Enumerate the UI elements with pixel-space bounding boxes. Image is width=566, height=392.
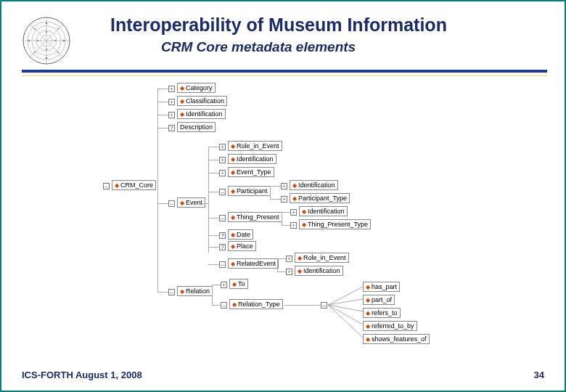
node-classification: ◆Classification <box>177 96 227 106</box>
tree-diagram: – ◆CRM_Core + ◆Category + ◆Classificatio… <box>103 81 466 364</box>
node-label: Event_Type <box>237 168 271 176</box>
expand-icon[interactable]: + <box>221 282 227 288</box>
svg-point-18 <box>46 49 47 50</box>
svg-point-15 <box>34 52 36 53</box>
node-label: Relation <box>186 287 210 295</box>
node-label: Category <box>186 84 213 91</box>
svg-point-20 <box>54 40 56 41</box>
expand-icon[interactable]: + <box>168 99 175 105</box>
expand-icon[interactable]: + <box>290 222 297 229</box>
slide-subtitle: CRM Core metadata elements <box>161 39 356 55</box>
slide-title: Interoperability of Museum Information <box>110 15 447 36</box>
node-ev-identification: ◆Identification <box>228 154 276 164</box>
node-label: Identification <box>186 110 223 118</box>
divider-primary <box>22 70 547 73</box>
node-place: ◆Place <box>228 241 256 251</box>
node-label: Relation_Type <box>238 301 280 308</box>
node-relation-type: ◆Relation_Type <box>229 299 283 309</box>
svg-point-12 <box>63 40 65 41</box>
node-root: ◆CRM_Core <box>112 180 156 190</box>
node-label: Participant_Type <box>298 195 347 202</box>
svg-point-14 <box>57 28 59 30</box>
logo-seal-icon <box>22 16 71 65</box>
node-thing-present-type: ◆Thing_Present_Type <box>299 219 371 229</box>
expand-icon[interactable]: + <box>281 196 287 203</box>
expand-icon[interactable]: – <box>219 261 226 268</box>
node-re-identification: ◆Identification <box>295 266 343 276</box>
expand-icon[interactable]: + <box>286 269 292 275</box>
node-label: Identification <box>308 208 345 215</box>
node-role-in-event: ◆Role_in_Event <box>228 141 282 151</box>
node-tp-identification: ◆Identification <box>299 206 348 216</box>
svg-point-13 <box>34 28 36 30</box>
node-label: Date <box>237 231 250 238</box>
expand-icon[interactable]: + <box>281 183 287 189</box>
node-identification: ◆Identification <box>177 109 226 119</box>
expand-icon[interactable]: + <box>168 86 175 92</box>
page-number: 34 <box>534 369 544 380</box>
expand-icon[interactable]: + <box>290 209 297 216</box>
expand-icon[interactable]: – <box>219 215 226 221</box>
node-label: referred_to_by <box>372 322 414 330</box>
node-thing-present: ◆Thing_Present <box>228 212 282 222</box>
node-label: CRM_Core <box>120 181 153 189</box>
node-part-of: ◆part_of <box>363 295 395 305</box>
expand-icon[interactable]: ? <box>168 125 175 131</box>
svg-point-19 <box>37 40 38 41</box>
expand-icon[interactable]: – <box>103 183 110 189</box>
node-category: ◆Category <box>177 83 216 93</box>
node-event-type: ◆Event_Type <box>228 167 274 177</box>
node-label: Identification <box>237 155 274 163</box>
node-event: ◆Event <box>177 197 205 208</box>
node-label: Thing_Present <box>237 213 279 221</box>
expand-icon[interactable]: ? <box>219 244 226 250</box>
node-shows-features-of: ◆shows_features_of <box>363 334 430 344</box>
expand-icon[interactable]: + <box>219 170 226 176</box>
node-label: Event <box>186 199 202 206</box>
node-refers-to: ◆refers_to <box>363 308 401 318</box>
node-label: Classification <box>186 97 224 105</box>
slide: Interoperability of Museum Information C… <box>0 0 566 392</box>
svg-point-10 <box>46 57 47 59</box>
expand-icon[interactable]: + <box>286 256 292 262</box>
svg-point-11 <box>28 40 30 41</box>
expand-icon[interactable]: – <box>168 200 175 207</box>
expand-icon[interactable]: + <box>219 144 226 150</box>
expand-icon[interactable]: ? <box>219 232 226 239</box>
header: Interoperability of Museum Information C… <box>1 1 565 74</box>
node-label: shows_features_of <box>372 335 427 343</box>
node-has-part: ◆has_part <box>363 282 400 292</box>
node-re-role: ◆Role_in_Event <box>295 253 349 263</box>
expand-icon[interactable]: – <box>221 302 227 309</box>
node-p-identification: ◆Identification <box>290 180 338 190</box>
node-label: Place <box>237 242 253 250</box>
node-label: Role_in_Event <box>303 254 346 261</box>
node-date: ◆Date <box>228 229 253 240</box>
node-description: Description <box>177 122 216 132</box>
expand-icon[interactable]: + <box>219 157 226 163</box>
node-label: refers_to <box>372 309 398 317</box>
node-label: part_of <box>372 296 392 303</box>
expand-icon[interactable]: + <box>168 112 175 118</box>
node-label: Identification <box>298 181 335 189</box>
node-participant: ◆Participant <box>228 186 271 196</box>
svg-point-17 <box>46 31 47 33</box>
expand-icon[interactable]: – <box>168 289 175 295</box>
node-label: Role_in_Event <box>237 142 279 150</box>
node-label: has_part <box>372 283 397 290</box>
expand-icon[interactable]: – <box>321 302 327 309</box>
footer-text: ICS-FORTH August 1, 2008 <box>22 369 142 380</box>
node-label: To <box>238 280 245 287</box>
node-label: Description <box>180 123 213 131</box>
node-label: RelatedEvent <box>237 260 276 267</box>
node-related-event: ◆RelatedEvent <box>228 258 279 269</box>
divider-secondary <box>22 75 547 76</box>
svg-point-9 <box>46 23 47 24</box>
expand-icon[interactable]: – <box>219 189 226 195</box>
node-label: Identification <box>303 267 340 274</box>
fan-connector-icon <box>328 285 364 350</box>
svg-point-16 <box>57 52 59 53</box>
node-referred-to-by: ◆referred_to_by <box>363 321 417 331</box>
node-relation: ◆Relation <box>177 286 213 296</box>
node-participant-type: ◆Participant_Type <box>290 193 350 203</box>
